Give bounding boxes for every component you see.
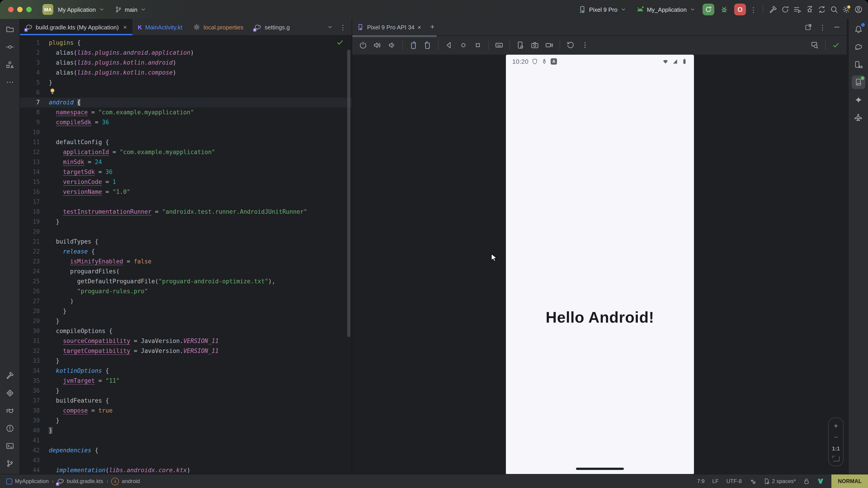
line-separator[interactable]: LF: [712, 478, 719, 484]
zoom-fit-button[interactable]: [833, 456, 839, 461]
device-screen[interactable]: 10:20 A Hello Android!: [506, 55, 694, 475]
zoom-reset-button[interactable]: 1:1: [832, 445, 840, 452]
code-line-27[interactable]: 27 ): [20, 296, 352, 306]
code-line-23[interactable]: 23 isMinifyEnabled = false: [20, 257, 352, 267]
code-line-9[interactable]: 9 compileSdk = 36: [20, 118, 352, 127]
code-line-42[interactable]: 42dependencies {: [20, 446, 352, 455]
code-editor[interactable]: 1plugins {2 alias(libs.plugins.android.a…: [20, 36, 352, 475]
debug-button[interactable]: [718, 4, 730, 15]
notifications-tool-button[interactable]: [851, 23, 865, 36]
maximize-window-button[interactable]: [26, 7, 32, 12]
inspections-ok-icon[interactable]: [336, 39, 344, 46]
code-line-44[interactable]: 44 implementation(libs.androidx.core.ktx…: [20, 465, 352, 475]
vim-plugin-indicator[interactable]: [817, 478, 824, 484]
device-tab[interactable]: Pixel 9 Pro API 34 ×: [352, 19, 426, 35]
update-project-button[interactable]: [818, 5, 826, 13]
code-line-18[interactable]: 18 testInstrumentationRunner = "androidx…: [20, 207, 352, 217]
code-line-30[interactable]: 30 compileOptions {: [20, 326, 352, 336]
code-line-12[interactable]: 12 applicationId = "com.example.myapplic…: [20, 147, 352, 157]
running-devices-tool-button[interactable]: [851, 75, 865, 89]
file-lock-status[interactable]: [804, 478, 810, 484]
code-line-34[interactable]: 34 kotlinOptions {: [20, 366, 352, 376]
vcs-branch-selector[interactable]: main: [115, 6, 147, 13]
code-line-13[interactable]: 13 minSdk = 24: [20, 157, 352, 167]
code-line-10[interactable]: 10: [20, 127, 352, 137]
problems-tool-button[interactable]: [3, 422, 17, 435]
more-kebab-button[interactable]: [579, 39, 591, 52]
tab-list-chevron-button[interactable]: [327, 24, 333, 30]
editor-tab-settings.g[interactable]: Ksettings.g: [249, 19, 295, 35]
logcat-tool-button[interactable]: [3, 404, 17, 418]
stop-button[interactable]: [734, 4, 746, 15]
home-button[interactable]: [457, 39, 470, 52]
gesture-navigation-bar[interactable]: [576, 468, 624, 470]
device-settings-button[interactable]: [514, 39, 527, 52]
inspection-tool-button[interactable]: [3, 386, 17, 400]
power-button[interactable]: [357, 39, 369, 52]
panel-options-button[interactable]: ⋮: [819, 24, 826, 31]
breadcrumb-android[interactable]: λandroid: [112, 477, 140, 485]
intention-bulb-icon[interactable]: [49, 88, 56, 95]
profiler-button[interactable]: [806, 5, 814, 13]
code-line-14[interactable]: 14 targetSdk = 36: [20, 167, 352, 177]
code-line-43[interactable]: 43: [20, 455, 352, 465]
more-run-actions-button[interactable]: ⋮: [750, 6, 757, 13]
account-button[interactable]: [855, 5, 863, 13]
rerun-button[interactable]: [703, 4, 714, 15]
code-line-38[interactable]: 38 compose = true: [20, 406, 352, 416]
code-line-16[interactable]: 16 versionName = "1.0": [20, 187, 352, 197]
code-line-4[interactable]: 4 alias(libs.plugins.kotlin.compose): [20, 68, 352, 78]
code-line-2[interactable]: 2 alias(libs.plugins.android.application…: [20, 48, 352, 58]
project-selector[interactable]: My Application: [58, 6, 105, 13]
commit-tool-button[interactable]: [3, 40, 17, 54]
code-line-19[interactable]: 19 }: [20, 217, 352, 227]
code-line-41[interactable]: 41: [20, 435, 352, 446]
code-line-35[interactable]: 35 jvmTarget = "11": [20, 376, 352, 386]
editor-scrollbar[interactable]: [347, 50, 350, 337]
code-line-36[interactable]: 36 }: [20, 386, 352, 396]
minimize-window-button[interactable]: [17, 7, 23, 12]
code-line-37[interactable]: 37 buildFeatures {: [20, 396, 352, 406]
zoom-in-button[interactable]: +: [834, 422, 838, 430]
vim-mode-badge[interactable]: NORMAL: [832, 475, 868, 488]
terminal-tool-button[interactable]: [3, 439, 17, 453]
build-button[interactable]: [769, 5, 777, 13]
file-encoding[interactable]: UTF-8: [726, 478, 742, 484]
preview-zoom-button[interactable]: [808, 39, 821, 52]
code-line-7[interactable]: 7android {: [20, 98, 352, 107]
close-device-tab-icon[interactable]: ×: [418, 24, 421, 31]
editor-tab-options-button[interactable]: ⋮: [340, 24, 346, 31]
code-line-11[interactable]: 11 defaultConfig {: [20, 137, 352, 147]
version-control-tool-button[interactable]: [3, 457, 17, 470]
screen-record-button[interactable]: [543, 39, 556, 52]
gradle-tool-tool-button[interactable]: [851, 40, 865, 54]
run-configuration-selector[interactable]: My_Application: [633, 4, 699, 15]
code-line-31[interactable]: 31 sourceCompatibility = JavaVersion.VER…: [20, 336, 352, 346]
code-line-29[interactable]: 29 }: [20, 316, 352, 326]
code-line-39[interactable]: 39 }: [20, 416, 352, 426]
breadcrumb-MyApplication[interactable]: MyApplication: [6, 478, 49, 484]
on-screen-keyboard-button[interactable]: [493, 39, 505, 52]
code-line-15[interactable]: 15 versionCode = 1: [20, 177, 352, 187]
code-line-32[interactable]: 32 targetCompatibility = JavaVersion.VER…: [20, 346, 352, 356]
open-in-window-button[interactable]: [805, 24, 812, 31]
editor-tab-MainActivity.kt[interactable]: KMainActivity.kt: [132, 19, 188, 35]
back-button[interactable]: [442, 39, 455, 52]
add-device-tab-button[interactable]: +: [426, 23, 439, 32]
overview-button[interactable]: [471, 39, 484, 52]
device-manager-tool-button[interactable]: [851, 58, 865, 71]
code-line-25[interactable]: 25 getDefaultProguardFile("proguard-andr…: [20, 276, 352, 287]
device-selector[interactable]: Pixel 9 Pro: [576, 4, 629, 15]
code-line-3[interactable]: 3 alias(libs.plugins.kotlin.android): [20, 58, 352, 68]
sync-gradle-button[interactable]: [781, 5, 789, 13]
indent-setting[interactable]: 2 spaces*: [763, 478, 796, 484]
code-line-6[interactable]: 6: [20, 88, 352, 98]
rotate-right-button[interactable]: [421, 39, 434, 52]
code-line-28[interactable]: 28 }: [20, 306, 352, 316]
project-tool-button[interactable]: [3, 23, 17, 36]
editor-tab-build.gradle.kts[interactable]: Kbuild.gradle.kts (My Application)×: [20, 19, 132, 35]
code-line-26[interactable]: 26 "proguard-rules.pro": [20, 287, 352, 296]
structure-tool-button[interactable]: [3, 58, 17, 71]
zoom-out-button[interactable]: −: [834, 434, 838, 441]
code-line-21[interactable]: 21 buildTypes {: [20, 237, 352, 247]
